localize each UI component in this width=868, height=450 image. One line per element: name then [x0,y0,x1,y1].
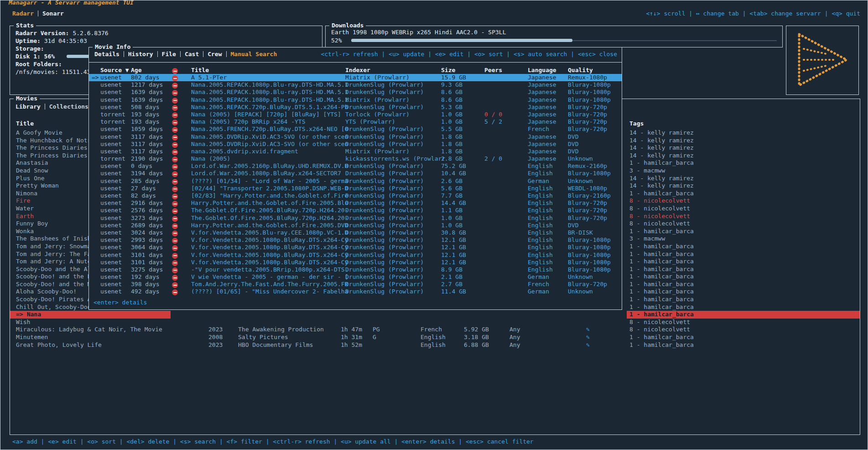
search-result-row[interactable]: usenet 492 days (????) [01/65] - "Miss U… [89,288,622,295]
search-result-row[interactable]: usenet 0 days Lord.of.War.2005.2160p.Blu… [89,162,622,170]
search-result-row[interactable]: usenet 3273 days The.Goblet.Of.Fire.2005… [89,215,622,222]
search-results-list: => usenet 802 days A 5.1-PTer Miatrix (P… [89,74,622,296]
search-result-row[interactable]: usenet 82 days [02/83] "Harry.Potter.and… [89,192,622,199]
search-result-row[interactable]: usenet 3117 days Nana.2005.DVDRip.XviD.A… [89,141,622,148]
result-title: Nana.2005.FRENCH.720p.BluRay.DTS.x264-NE… [191,126,348,133]
blocked-icon [172,164,178,170]
search-result-row[interactable]: usenet 3064 days V.for.Vendetta.2005.108… [89,244,622,251]
movie-tag: 8 - nicolecolvett [627,220,860,228]
search-result-row[interactable]: usenet 3275 days -"V pour vendetta.2005.… [89,266,622,273]
movie-title-cell: Miraculous: Ladybug & Cat Noir, The Movi… [10,326,171,334]
search-result-row[interactable]: usenet 192 days V wie Vendetta - 2005 - … [89,273,622,281]
header-indexer: Indexer [345,67,370,74]
search-result-row[interactable]: usenet 3101 days V.for.Vendetta.2005.108… [89,259,622,266]
movie-row[interactable]: Miraculous: Ladybug & Cat Noir, The Movi… [10,326,860,334]
tab-cast[interactable]: Cast [185,51,199,58]
tab-radarr[interactable]: Radarr [12,10,34,17]
result-age: 398 days [131,281,160,288]
result-age: 802 days [131,74,160,81]
result-language: Japanese [528,74,556,81]
search-result-row[interactable]: usenet 3117 days Nana.2005.DVDRip.XviD.A… [89,133,622,141]
movie-row[interactable]: =>Nana 1 - hamilcar_barca [10,311,860,319]
search-result-row[interactable]: usenet 1639 days Nana.2005.REPACK.1080p.… [89,96,622,104]
result-indexer: DrunkenSlug (Prowlarr) [345,192,424,199]
result-quality: DVD [568,133,578,141]
result-age: 1059 days [131,126,163,133]
result-title: A 5.1-PTer [191,74,227,81]
rejected-cell [172,74,178,82]
search-result-row[interactable]: => usenet 802 days A 5.1-PTer Miatrix (P… [89,74,622,81]
tab-crew[interactable]: Crew [208,51,222,58]
movie-title: Pretty Woman [16,182,59,189]
movie-title: Funny Boy [16,220,48,227]
movie-row[interactable]: Wish 8 - nicolecolvett [10,319,860,326]
result-language: Japanese [528,148,556,155]
search-result-row[interactable]: usenet 2576 days The.Goblet.Of.Fire.2005… [89,207,622,214]
result-peers: 2 / 0 [484,155,502,162]
movie-tag: 1 - hamilcar_barca [627,273,860,281]
search-result-row[interactable]: torrent 2190 days Nana (2005) kickasstor… [89,155,622,162]
search-result-row[interactable]: usenet 3117 days nana.2005.dvdrip.xvid.f… [89,148,622,155]
tab-details[interactable]: Details [94,51,120,58]
result-language: English [528,266,553,273]
tab-history[interactable]: History [128,51,153,58]
blocked-icon [172,171,178,177]
tab-file[interactable]: File [162,51,176,58]
search-result-row[interactable]: usenet 27 days [02/44] "Transporter 2.20… [89,185,622,192]
result-language: English [528,185,553,192]
search-result-row[interactable]: usenet 2689 days Harry.Potter.and.the.Go… [89,222,622,229]
movie-row[interactable]: Great Photo, Lovely Life 2023 HBO Docume… [10,341,860,349]
result-source: usenet [100,273,122,281]
result-indexer: DrunkenSlug (Prowlarr) [345,281,424,288]
search-result-row[interactable]: usenet 1639 days Nana.2005.REPACK.1080p.… [89,89,622,96]
tab-divider [124,51,124,57]
search-result-row[interactable]: torrent 193 days Nana (2005) [REPACK] [7… [89,111,622,118]
monitored-icon: ✎ [586,326,590,334]
result-quality: Bluray-720p [568,207,607,214]
movie-title: Fire [16,197,30,204]
result-quality: Bluray-1080p [568,251,611,259]
result-title: V.for.Vendetta.2005.1080p.BluRay.DTS.x26… [191,259,348,266]
movie-row[interactable]: Minutemen 2008 Salty Pictures 1h 31m G E… [10,334,860,341]
result-age: 2689 days [131,222,163,229]
result-title: Nana (2005) 720p BRRip x264 -YTS [191,118,305,126]
result-quality: BR-DISK [568,229,593,236]
search-result-row[interactable]: usenet 508 days Nana.2005.REPACK.720p.Bl… [89,104,622,111]
result-language: English [528,215,553,222]
radarr-version: Radarr Version:5.2.6.8376 [16,29,318,37]
tab-sonarr[interactable]: Sonarr [42,10,64,17]
rejected-cell [172,104,178,111]
tab-manual-search[interactable]: Manual Search [231,51,277,58]
blocked-icon [172,68,178,74]
rejected-cell [172,252,178,259]
blocked-icon [172,275,178,281]
result-quality: Bluray-720p [568,111,607,118]
movie-runtime: 1h 47m [341,326,362,334]
result-age: 3101 days [131,251,163,259]
movie-title: Aloha Scooby-Doo! [16,288,77,295]
search-result-row[interactable]: usenet 3194 days Lord.of.War.2005.1080p.… [89,170,622,177]
search-result-row[interactable]: usenet 398 days Tom.And.Jerry.The.Fast.A… [89,281,622,288]
search-result-row[interactable]: usenet 3101 days V.for.Vendetta.2005.108… [89,251,622,259]
result-quality: Bluray-1080p [568,89,611,96]
result-size: 1.0 GB [441,222,463,229]
search-result-row[interactable]: usenet 1217 days Nana.2005.REPACK.1080p.… [89,81,622,89]
result-indexer: DrunkenSlug (Prowlarr) [345,162,424,170]
movie-title-cell: Minutemen [10,334,171,341]
search-result-row[interactable]: usenet 285 days (????) [01/34] - "Lord o… [89,178,622,185]
tab-divider [45,104,45,110]
tab-collections[interactable]: Collections [49,103,88,110]
search-result-row[interactable]: usenet 3024 days V.for.Vendetta.2005.Blu… [89,229,622,236]
tab-library[interactable]: Library [16,103,41,110]
search-result-row[interactable]: usenet 2916 days Harry.Potter.and.the.Go… [89,199,622,207]
result-indexer: DrunkenSlug (Prowlarr) [345,229,424,236]
search-result-row[interactable]: usenet 1059 days Nana.2005.FRENCH.720p.B… [89,126,622,133]
search-result-row[interactable]: usenet 2993 days V.for.Vendetta.2005.108… [89,236,622,244]
movie-quality-profile: Any [509,341,520,349]
movie-tag: 8 - nicolecolvett [627,197,860,205]
movie-tag: 14 - kelly ramirez [627,144,860,152]
result-title: nana.2005.dvdrip.xvid.fragment [191,148,298,155]
search-result-row[interactable]: torrent 193 days Nana (2005) 720p BRRip … [89,118,622,126]
movie-quality-profile: Any [509,326,520,334]
movie-title: Miraculous: Ladybug & Cat Noir, The Movi… [16,326,162,333]
